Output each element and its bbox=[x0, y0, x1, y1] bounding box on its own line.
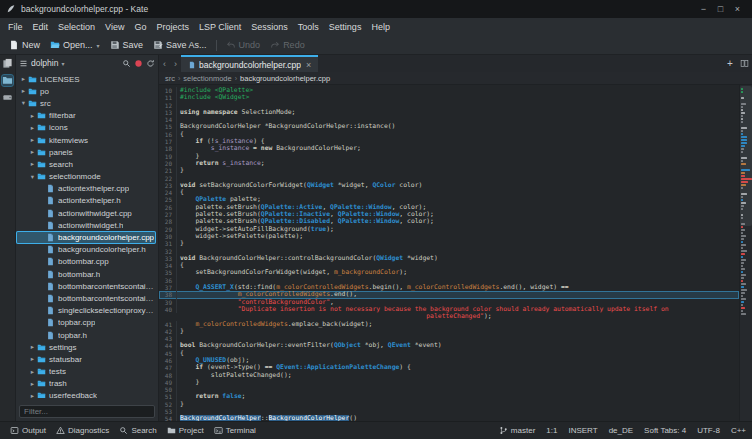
folder-icon bbox=[37, 343, 46, 352]
tab-scroll-right-button[interactable]: › bbox=[170, 55, 181, 72]
breadcrumb-backgroundcolorhelper.cpp[interactable]: backgroundcolorhelper.cpp bbox=[240, 74, 330, 83]
tree-file-backgroundcolorhelper-h[interactable]: backgroundcolorhelper.h bbox=[16, 244, 156, 256]
tree-file-topbar-cpp[interactable]: topbar.cpp bbox=[16, 317, 156, 329]
tree-file-singleclickselectionproxystyle-cpp[interactable]: singleclickselectionproxystyle.cpp bbox=[16, 305, 156, 317]
tree-file-bottombar-cpp[interactable]: bottombar.cpp bbox=[16, 256, 156, 268]
dictionary[interactable]: de_DE bbox=[609, 426, 633, 435]
menu-file[interactable]: File bbox=[3, 22, 28, 32]
breadcrumb-src[interactable]: src bbox=[165, 74, 175, 83]
tree-folder-icons[interactable]: ▸icons bbox=[16, 122, 156, 134]
breadcrumb-separator-icon: › bbox=[178, 75, 180, 82]
menu-sessions[interactable]: Sessions bbox=[246, 22, 293, 32]
code-token: #include <QPalette> bbox=[180, 87, 253, 94]
menu-selection[interactable]: Selection bbox=[53, 22, 100, 32]
filter-input[interactable] bbox=[19, 405, 155, 418]
toolview-filesystem-icon[interactable] bbox=[2, 92, 13, 103]
tree-folder-panels[interactable]: ▸panels bbox=[16, 146, 156, 158]
code-token: { bbox=[180, 350, 184, 357]
maximize-button[interactable]: □ bbox=[712, 4, 729, 14]
code-token bbox=[180, 357, 195, 364]
toolview-terminal-button[interactable]: Terminal bbox=[210, 426, 260, 435]
tree-file-bottombarcontentscontainer-cpp[interactable]: bottombarcontentscontainer.cpp bbox=[16, 280, 156, 292]
close-button[interactable]: × bbox=[729, 4, 746, 14]
cpp-file-icon bbox=[188, 61, 196, 69]
tree-file-actiontexthelper-h[interactable]: actiontexthelper.h bbox=[16, 195, 156, 207]
toolview-project-button[interactable]: Project bbox=[163, 426, 208, 435]
tree-folder-po[interactable]: ▸po bbox=[16, 85, 156, 97]
filter-wrap bbox=[16, 398, 158, 421]
tree-folder-userfeedback[interactable]: ▸userfeedback bbox=[16, 390, 156, 398]
git-branch[interactable]: master bbox=[499, 426, 535, 435]
tree-file-actionwithwidget-h[interactable]: actionwithwidget.h bbox=[16, 219, 156, 231]
file-icon bbox=[46, 318, 55, 327]
code-token: (! bbox=[203, 138, 215, 145]
tree-file-backgroundcolorhelper-cpp[interactable]: backgroundcolorhelper.cpp bbox=[16, 231, 156, 243]
tree-folder-settings[interactable]: ▸settings bbox=[16, 341, 156, 353]
minimap-bar bbox=[741, 133, 743, 135]
minimap-bar bbox=[741, 313, 746, 315]
toolview-output-button[interactable]: Output bbox=[6, 426, 50, 435]
tree-folder-src[interactable]: ▾src bbox=[16, 97, 156, 109]
toolview-diagnostics-button[interactable]: Diagnostics bbox=[52, 426, 113, 435]
tree-file-bottombar-h[interactable]: bottombar.h bbox=[16, 268, 156, 280]
tree-folder-search[interactable]: ▸search bbox=[16, 158, 156, 170]
tree-folder-tests[interactable]: ▸tests bbox=[16, 366, 156, 378]
menu-edit[interactable]: Edit bbox=[28, 22, 54, 32]
tree-folder-trash[interactable]: ▸trash bbox=[16, 378, 156, 390]
menu-tools[interactable]: Tools bbox=[293, 22, 324, 32]
code-token: } bbox=[180, 153, 199, 160]
minimap-bar bbox=[741, 244, 746, 246]
tree-folder-licenses[interactable]: ▸LICENSES bbox=[16, 73, 156, 85]
menu-projects[interactable]: Projects bbox=[151, 22, 194, 32]
new-button[interactable]: New bbox=[4, 39, 45, 51]
menu-lsp-client[interactable]: LSP Client bbox=[194, 22, 246, 32]
indent-settings[interactable]: Soft Tabs: 4 bbox=[644, 426, 686, 435]
redo-button[interactable]: Redo bbox=[265, 39, 310, 51]
tree-folder-kitemviews[interactable]: ▸kitemviews bbox=[16, 134, 156, 146]
project-search-icon[interactable] bbox=[122, 59, 131, 68]
open-button[interactable]: Open...▾ bbox=[45, 39, 105, 51]
tree-folder-selectionmode[interactable]: ▾selectionmode bbox=[16, 171, 156, 183]
project-selector[interactable]: dolphin ▾ bbox=[31, 58, 64, 68]
stop-icon[interactable] bbox=[134, 59, 143, 68]
menu-go[interactable]: Go bbox=[129, 22, 151, 32]
breadcrumb-selectionmode[interactable]: selectionmode bbox=[183, 74, 231, 83]
menu-help[interactable]: Help bbox=[366, 22, 395, 32]
code-token: paletteChanged" bbox=[426, 313, 484, 320]
toolview-search-button[interactable]: Search bbox=[115, 426, 160, 435]
tree-item-label: panels bbox=[49, 148, 73, 157]
toolview-projects-icon[interactable] bbox=[2, 75, 13, 86]
new-tab-button[interactable]: + bbox=[723, 55, 737, 72]
save-button[interactable]: Save bbox=[105, 39, 149, 51]
save-as-button[interactable]: Save As... bbox=[148, 39, 212, 51]
tree-file-actionwithwidget-cpp[interactable]: actionwithwidget.cpp bbox=[16, 207, 156, 219]
tab-scroll-left-button[interactable]: ‹ bbox=[159, 55, 170, 72]
code-token: new bbox=[261, 145, 273, 152]
menu-settings[interactable]: Settings bbox=[324, 22, 367, 32]
line-text: widget->setPalette(palette); bbox=[177, 233, 739, 240]
tab-close-icon[interactable]: × bbox=[306, 60, 311, 70]
chevron-right-icon: ▸ bbox=[28, 112, 37, 120]
tree-file-bottombarcontentscontainer-h[interactable]: bottombarcontentscontainer.h bbox=[16, 292, 156, 304]
tree-file-actiontexthelper-cpp[interactable]: actiontexthelper.cpp bbox=[16, 183, 156, 195]
tree-folder-filterbar[interactable]: ▸filterbar bbox=[16, 110, 156, 122]
input-mode[interactable]: INSERT bbox=[568, 426, 597, 435]
projects-menu-icon[interactable] bbox=[19, 59, 28, 68]
project-file-tree: ▸LICENSES▸po▾src▸filterbar▸icons▸kitemvi… bbox=[16, 71, 158, 398]
tab-backgroundcolorhelper-cpp[interactable]: backgroundcolorhelper.cpp × bbox=[181, 55, 318, 72]
code-view[interactable]: 10#include <QPalette>11#include <QWidget… bbox=[159, 85, 752, 421]
menu-view[interactable]: View bbox=[100, 22, 129, 32]
toolview-documents-icon[interactable] bbox=[2, 58, 13, 69]
document-switcher-button[interactable] bbox=[737, 55, 752, 72]
refresh-icon[interactable] bbox=[146, 59, 155, 68]
syntax-mode[interactable]: C++ bbox=[731, 426, 746, 435]
minimize-button[interactable]: − bbox=[695, 4, 712, 14]
undo-button[interactable]: Undo bbox=[221, 39, 266, 51]
encoding[interactable]: UTF-8 bbox=[697, 426, 720, 435]
code-token bbox=[180, 393, 195, 400]
line-text: m_colorControlledWidgets.emplace_back(wi… bbox=[177, 321, 739, 328]
cursor-position[interactable]: 1:1 bbox=[546, 426, 557, 435]
tree-folder-statusbar[interactable]: ▸statusbar bbox=[16, 353, 156, 365]
tree-file-topbar-h[interactable]: topbar.h bbox=[16, 329, 156, 341]
minimap-scrollbar[interactable] bbox=[739, 85, 752, 421]
